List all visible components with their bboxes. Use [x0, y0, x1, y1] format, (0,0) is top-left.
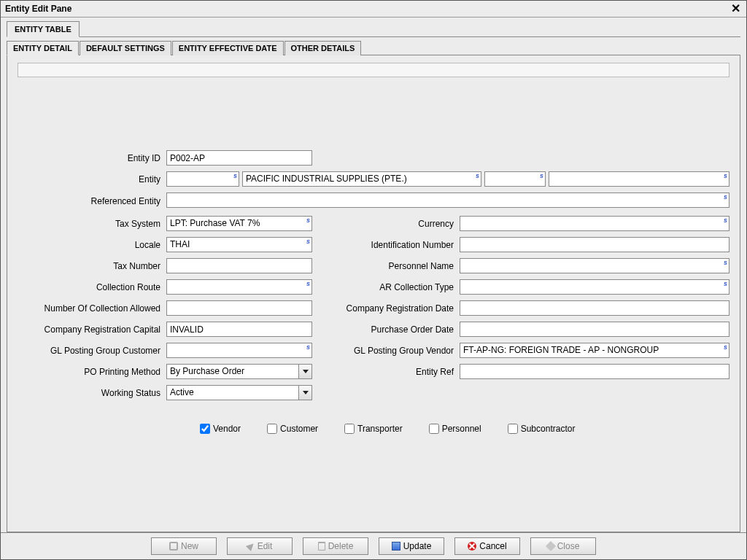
working-status-select[interactable]: Active [166, 385, 312, 400]
collection-route-lookup[interactable]: s [166, 279, 312, 295]
new-button[interactable]: New [151, 537, 217, 555]
label-gl-posting-group-vendor: GL Posting Group Vendor [333, 346, 457, 356]
label-po-printing-method: PO Printing Method [18, 367, 163, 377]
gl-posting-group-vendor-lookup[interactable]: FT-AP-NG: FOREIGN TRADE - AP - NONGROUPs [460, 343, 729, 358]
label-locale: Locale [18, 240, 163, 250]
delete-button-label: Delete [328, 541, 354, 551]
label-purchase-order-date: Purchase Order Date [333, 324, 457, 335]
tax-system-lookup[interactable]: LPT: Purchase VAT 7%s [166, 216, 312, 231]
detail-pane: Entity ID Entity s PACIFIC INDUSTRIAL SU… [7, 55, 740, 532]
lookup-indicator-icon: s [724, 172, 727, 179]
lookup-indicator-icon: s [306, 217, 310, 224]
identification-number-input[interactable] [460, 237, 729, 252]
edit-icon [246, 541, 256, 551]
entity-name-lookup[interactable]: PACIFIC INDUSTRIAL SUPPLIES (PTE.)s [242, 171, 481, 187]
tab-entity-effective-date[interactable]: ENTITY EFFECTIVE DATE [172, 41, 284, 55]
cancel-button[interactable]: Cancel [454, 537, 520, 555]
num-collection-allowed-input[interactable] [166, 300, 312, 316]
customer-checkbox-label: Customer [280, 424, 318, 434]
label-tax-system: Tax System [18, 219, 163, 229]
close-icon[interactable]: ✕ [729, 3, 742, 15]
tab-entity-table[interactable]: ENTITY TABLE [7, 21, 80, 37]
referenced-entity-lookup[interactable]: s [166, 192, 729, 208]
transporter-checkbox[interactable]: Transporter [344, 424, 403, 434]
transporter-checkbox-label: Transporter [357, 424, 403, 434]
label-ar-collection-type: AR Collection Type [333, 282, 457, 292]
lookup-indicator-icon: s [233, 172, 237, 179]
label-working-status: Working Status [18, 388, 163, 398]
form-grid: Entity ID Entity s PACIFIC INDUSTRIAL SU… [18, 150, 729, 434]
personnel-checkbox-label: Personnel [442, 424, 481, 434]
personnel-checkbox[interactable]: Personnel [429, 424, 481, 434]
window-title: Entity Edit Pane [5, 4, 71, 14]
entity-id-input[interactable] [166, 150, 312, 166]
tab-other-details[interactable]: OTHER DETAILS [285, 41, 362, 55]
label-referenced-entity: Referenced Entity [18, 196, 163, 206]
entity-aux1-lookup[interactable]: s [484, 171, 546, 187]
customer-checkbox[interactable]: Customer [267, 424, 318, 434]
lookup-indicator-icon: s [306, 280, 310, 287]
update-button[interactable]: Update [379, 537, 444, 555]
company-registration-date-input[interactable] [460, 300, 729, 316]
lookup-indicator-icon: s [540, 172, 543, 179]
edit-button-label: Edit [258, 541, 273, 551]
close-diamond-icon [546, 541, 556, 551]
close-button[interactable]: Close [530, 537, 596, 555]
tax-number-input[interactable] [166, 258, 312, 273]
lookup-indicator-icon: s [476, 172, 479, 179]
inner-tabstrip: ENTITY DETAIL DEFAULT SETTINGS ENTITY EF… [7, 40, 740, 55]
delete-button[interactable]: Delete [303, 537, 368, 555]
delete-icon [318, 542, 325, 551]
lookup-indicator-icon: s [724, 193, 727, 201]
po-printing-method-select[interactable]: By Purchase Order [166, 364, 312, 379]
entity-edit-window: Entity Edit Pane ✕ ENTITY TABLE ENTITY D… [0, 0, 747, 560]
locale-lookup[interactable]: THAIs [166, 237, 312, 252]
label-personnel-name: Personnel Name [333, 261, 457, 271]
save-icon [392, 542, 400, 551]
role-checks: Vendor Customer Transporter Personnel Su… [18, 424, 729, 434]
label-num-collection-allowed: Number Of Collection Allowed [18, 303, 163, 314]
label-entity-id: Entity ID [18, 153, 163, 163]
edit-button[interactable]: Edit [227, 537, 293, 555]
lookup-indicator-icon: s [724, 343, 727, 351]
company-registration-capital-input[interactable] [166, 322, 312, 337]
entity-prefix-lookup[interactable]: s [166, 171, 239, 187]
titlebar: Entity Edit Pane ✕ [1, 1, 746, 18]
vendor-checkbox[interactable]: Vendor [200, 424, 241, 434]
entity-aux2-lookup[interactable]: s [549, 171, 729, 187]
vendor-checkbox-label: Vendor [213, 424, 241, 434]
ar-collection-type-lookup[interactable]: s [460, 279, 729, 295]
lookup-indicator-icon: s [306, 238, 310, 245]
label-company-registration-capital: Company Registration Capital [18, 324, 163, 335]
label-currency: Currency [333, 219, 457, 229]
label-collection-route: Collection Route [18, 282, 163, 292]
lookup-indicator-icon: s [724, 280, 727, 287]
subcontractor-checkbox-label: Subcontractor [521, 424, 576, 434]
label-entity: Entity [18, 174, 163, 184]
outer-tabstrip: ENTITY TABLE [7, 20, 740, 37]
lookup-indicator-icon: s [724, 217, 727, 224]
tab-default-settings[interactable]: DEFAULT SETTINGS [80, 41, 171, 55]
label-tax-number: Tax Number [18, 261, 163, 271]
button-bar: New Edit Delete Update Cancel Close [1, 532, 746, 559]
new-icon [169, 542, 178, 551]
tab-entity-detail[interactable]: ENTITY DETAIL [7, 41, 79, 55]
gl-posting-group-customer-lookup[interactable]: s [166, 343, 312, 358]
cancel-button-label: Cancel [479, 541, 506, 551]
purchase-order-date-input[interactable] [460, 322, 729, 337]
subcontractor-checkbox[interactable]: Subcontractor [508, 424, 576, 434]
personnel-name-lookup[interactable]: s [460, 258, 729, 273]
close-button-label: Close [557, 541, 580, 551]
label-identification-number: Identification Number [333, 240, 457, 250]
entity-ref-input[interactable] [460, 364, 729, 379]
chevron-down-icon [298, 386, 311, 400]
chevron-down-icon [298, 365, 311, 378]
cancel-icon [468, 542, 476, 551]
new-button-label: New [181, 541, 198, 551]
label-gl-posting-group-customer: GL Posting Group Customer [18, 346, 163, 356]
detail-subbar [18, 63, 729, 77]
lookup-indicator-icon: s [724, 259, 727, 266]
label-entity-ref: Entity Ref [333, 367, 457, 377]
label-company-registration-date: Company Registration Date [333, 303, 457, 314]
currency-lookup[interactable]: s [460, 216, 729, 231]
